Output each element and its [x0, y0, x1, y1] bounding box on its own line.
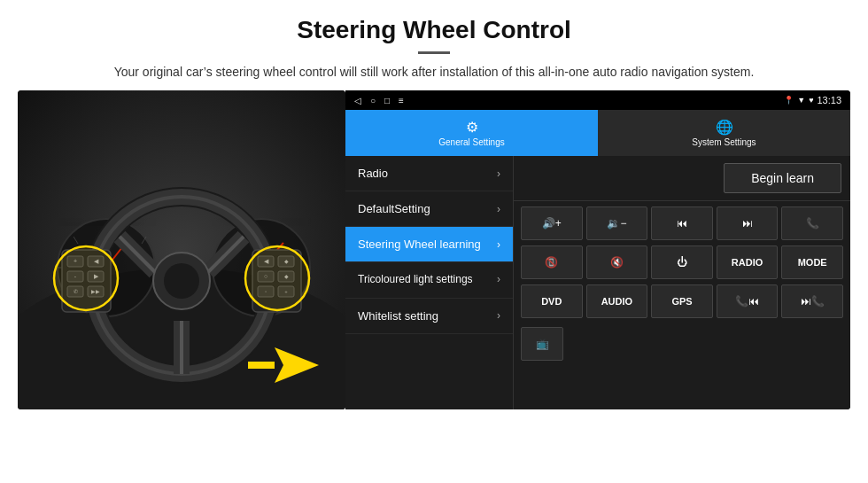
- phone-icon: 📞: [806, 217, 819, 230]
- controls-panel: Begin learn 🔊+ 🔉− ⏮ ⏭: [514, 156, 850, 409]
- media-button[interactable]: 📺: [521, 327, 563, 361]
- gps-button[interactable]: GPS: [651, 284, 713, 318]
- svg-point-21: [164, 263, 199, 299]
- media-icon: 📺: [536, 338, 549, 350]
- mute-icon: 🔇: [610, 256, 624, 269]
- prev-button[interactable]: ⏮: [651, 206, 713, 240]
- radio-mode-button[interactable]: RADIO: [717, 245, 779, 279]
- menu-item-radio[interactable]: Radio ›: [345, 156, 513, 191]
- page-header: Steering Wheel Control Your original car…: [0, 0, 868, 90]
- chevron-icon: ›: [497, 309, 500, 322]
- steering-wheel-panel: + ◀ - ▶ ✆ ▶▶ ◀ ◆ ○ ◆ ◦: [18, 90, 345, 409]
- tel-prev-button[interactable]: 📞⏮: [717, 284, 779, 318]
- phone-button[interactable]: 📞: [781, 206, 843, 240]
- settings-main: Radio › DefaultSetting › Steering Wheel …: [345, 156, 850, 409]
- next-button[interactable]: ⏭: [717, 206, 779, 240]
- mute-button[interactable]: 🔇: [586, 245, 648, 279]
- next-icon: ⏭: [742, 217, 753, 230]
- menu-item-whitelist[interactable]: Whitelist setting ›: [345, 299, 513, 334]
- location-icon: 📍: [784, 96, 794, 105]
- menu-tricoloured-label: Tricoloured light settings: [358, 273, 473, 287]
- menu-item-default[interactable]: DefaultSetting ›: [345, 191, 513, 227]
- title-divider: [418, 51, 450, 54]
- tab-system-label: System Settings: [692, 137, 756, 147]
- tel-next-button[interactable]: ⏭📞: [781, 284, 843, 318]
- svg-point-49: [245, 246, 309, 310]
- menu-whitelist-label: Whitelist setting: [358, 309, 438, 323]
- mode-button[interactable]: MODE: [781, 245, 843, 279]
- status-indicators: 📍 ▼ ♥ 13:13: [784, 95, 841, 105]
- controls-row-1: 🔊+ 🔉− ⏮ ⏭ 📞: [514, 201, 850, 245]
- tabs-bar: ⚙ General Settings 🌐 System Settings: [345, 110, 850, 156]
- content-area: + ◀ - ▶ ✆ ▶▶ ◀ ◆ ○ ◆ ◦: [0, 90, 868, 409]
- mode-text: MODE: [798, 257, 827, 268]
- power-icon: ⏻: [677, 256, 687, 269]
- page-title: Steering Wheel Control: [18, 16, 850, 44]
- chevron-icon: ›: [497, 273, 500, 287]
- dvd-button[interactable]: DVD: [521, 284, 583, 318]
- general-settings-icon: ⚙: [466, 119, 478, 136]
- controls-row-2: 📵 🔇 ⏻ RADIO MODE: [514, 245, 850, 284]
- chevron-icon: ›: [497, 238, 500, 251]
- audio-text: AUDIO: [601, 296, 632, 307]
- dvd-text: DVD: [541, 296, 562, 307]
- tab-general-settings[interactable]: ⚙ General Settings: [345, 110, 598, 156]
- tel-next-icon: ⏭📞: [801, 295, 825, 308]
- vol-up-icon: 🔊+: [542, 217, 562, 230]
- tab-system-settings[interactable]: 🌐 System Settings: [598, 110, 850, 156]
- begin-learn-row: Begin learn: [514, 156, 850, 201]
- bottom-row: 📺: [514, 323, 850, 364]
- gps-text: GPS: [671, 296, 692, 307]
- menu-icon[interactable]: ≡: [399, 96, 404, 105]
- nav-icons: ◁ ○ □ ≡: [354, 96, 404, 105]
- controls-row-3: DVD AUDIO GPS 📞⏮ ⏭📞: [514, 284, 850, 323]
- steering-wheel-bg: + ◀ - ▶ ✆ ▶▶ ◀ ◆ ○ ◆ ◦: [18, 90, 345, 409]
- menu-default-label: DefaultSetting: [358, 202, 430, 215]
- chevron-icon: ›: [497, 203, 500, 215]
- vol-down-button[interactable]: 🔉−: [586, 206, 648, 240]
- power-button[interactable]: ⏻: [651, 245, 713, 279]
- svg-point-48: [54, 246, 118, 310]
- device-panel: ◁ ○ □ ≡ 📍 ▼ ♥ 13:13 ⚙ General Settings 🌐…: [345, 90, 850, 409]
- chevron-icon: ›: [497, 167, 500, 180]
- vol-down-icon: 🔉−: [607, 217, 626, 230]
- signal-icon: ♥: [809, 96, 813, 105]
- menu-item-tricoloured[interactable]: Tricoloured light settings ›: [345, 262, 513, 299]
- recents-icon[interactable]: □: [384, 96, 390, 105]
- menu-steering-label: Steering Wheel learning: [358, 238, 481, 251]
- prev-icon: ⏮: [677, 217, 687, 230]
- settings-menu: Radio › DefaultSetting › Steering Wheel …: [345, 156, 514, 409]
- page-subtitle: Your original car’s steering wheel contr…: [18, 63, 850, 82]
- time-display: 13:13: [817, 95, 841, 105]
- back-icon[interactable]: ◁: [354, 96, 361, 105]
- audio-button[interactable]: AUDIO: [586, 284, 648, 318]
- hangup-icon: 📵: [545, 256, 558, 269]
- tel-prev-icon: 📞⏮: [735, 295, 759, 308]
- system-settings-icon: 🌐: [716, 119, 733, 136]
- tab-general-label: General Settings: [438, 137, 505, 147]
- begin-learn-button[interactable]: Begin learn: [724, 163, 841, 193]
- hangup-button[interactable]: 📵: [521, 245, 583, 279]
- menu-item-steering-wheel[interactable]: Steering Wheel learning ›: [345, 227, 513, 262]
- vol-up-button[interactable]: 🔊+: [521, 206, 583, 240]
- home-icon[interactable]: ○: [370, 96, 376, 105]
- menu-radio-label: Radio: [358, 167, 388, 180]
- status-bar: ◁ ○ □ ≡ 📍 ▼ ♥ 13:13: [345, 90, 850, 110]
- radio-text: RADIO: [732, 257, 763, 268]
- wifi-icon: ▼: [797, 96, 805, 105]
